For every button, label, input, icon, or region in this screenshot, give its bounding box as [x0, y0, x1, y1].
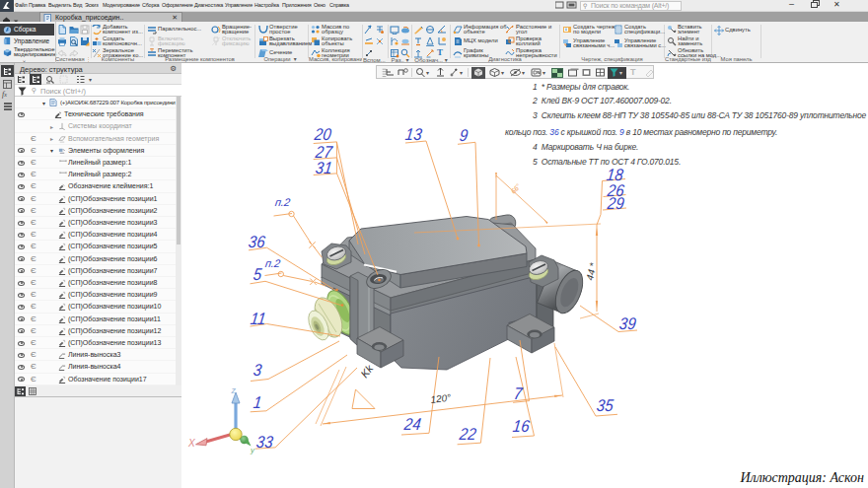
- svg-text:120°: 120°: [430, 392, 452, 405]
- svg-text:Kk: Kk: [358, 362, 376, 380]
- svg-text:66°: 66°: [510, 182, 522, 195]
- svg-text:z: z: [231, 385, 237, 395]
- svg-text:X: X: [187, 438, 195, 449]
- svg-text:44 *: 44 *: [584, 261, 599, 282]
